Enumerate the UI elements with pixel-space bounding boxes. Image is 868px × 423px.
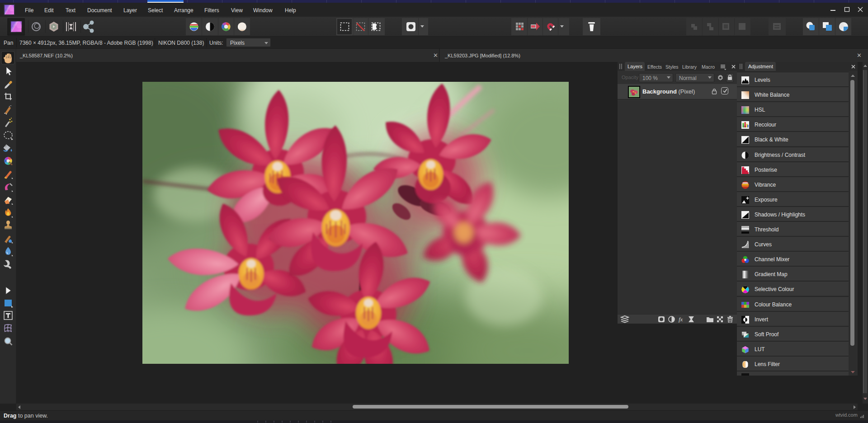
svg-text:fx: fx (679, 316, 683, 323)
